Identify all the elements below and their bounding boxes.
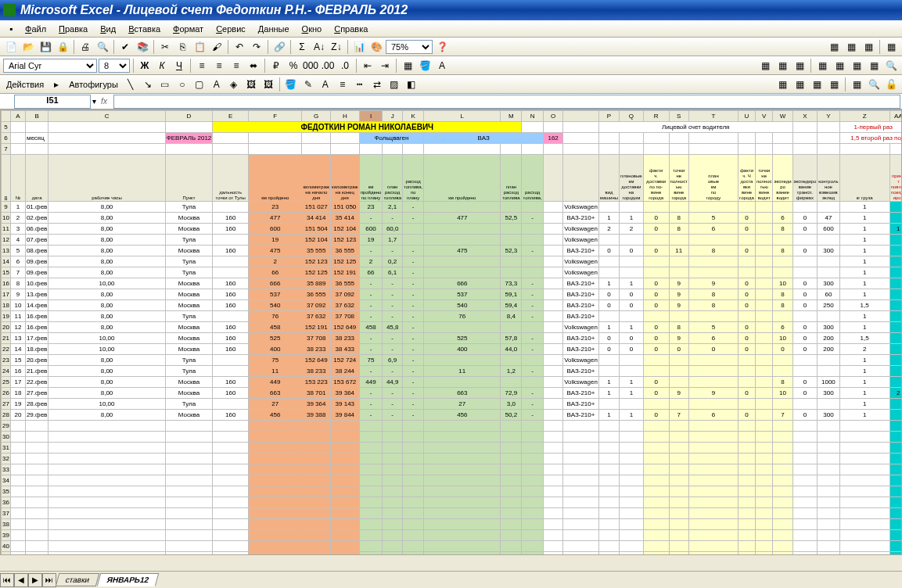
cell[interactable]: 458	[359, 322, 383, 333]
cell[interactable]: 12	[10, 322, 25, 333]
cell[interactable]: 13	[10, 333, 25, 344]
cell[interactable]	[792, 256, 818, 267]
cell[interactable]	[889, 366, 902, 377]
dv-icon-3[interactable]: ▦	[792, 58, 807, 74]
cell[interactable]	[738, 267, 756, 278]
cell[interactable]: 22.фев	[25, 377, 48, 388]
cell[interactable]: 0	[792, 278, 818, 289]
ex-icon-4[interactable]: ▦	[826, 77, 842, 92]
cell[interactable]: 153 223	[302, 377, 331, 388]
cell[interactable]: 160	[213, 344, 249, 355]
cell[interactable]: 1	[839, 410, 889, 421]
cell[interactable]: -	[522, 410, 544, 421]
cell[interactable]	[213, 399, 249, 410]
cell[interactable]	[213, 311, 249, 322]
cell[interactable]	[669, 235, 688, 246]
cell[interactable]: 57,8	[501, 333, 522, 344]
cell[interactable]: 0	[738, 278, 756, 289]
cell[interactable]: 60	[818, 289, 839, 300]
dv-icon-7[interactable]: ▦	[866, 58, 882, 74]
fill-icon[interactable]: 🪣	[283, 77, 299, 92]
cell[interactable]	[424, 235, 501, 246]
cell[interactable]: 1	[889, 224, 902, 235]
cell[interactable]: 0	[738, 322, 756, 333]
cell[interactable]: 1,7	[383, 235, 403, 246]
cell[interactable]: 8,00	[49, 300, 165, 311]
cell[interactable]: 8	[10, 278, 25, 289]
cell[interactable]	[501, 355, 522, 366]
oval-icon[interactable]: ○	[174, 77, 190, 92]
menu-format[interactable]: Формат	[167, 22, 210, 36]
cell[interactable]: 36 555	[331, 246, 360, 256]
cell[interactable]: 66	[359, 267, 383, 278]
cell[interactable]: -	[402, 300, 423, 311]
cell[interactable]: -	[522, 278, 544, 289]
cell[interactable]	[792, 202, 818, 213]
cell[interactable]: -	[522, 213, 544, 224]
cell[interactable]	[755, 202, 773, 213]
cell[interactable]: Москва	[165, 300, 213, 311]
cell[interactable]	[598, 399, 619, 410]
cell[interactable]: 0	[738, 410, 756, 421]
cell[interactable]: -	[359, 333, 383, 344]
cell[interactable]: 59,4	[501, 300, 522, 311]
cell[interactable]: ВАЗ-210+	[563, 410, 599, 421]
cell[interactable]: 8,4	[501, 311, 522, 322]
cell[interactable]: 1	[598, 377, 619, 388]
cell[interactable]: -	[383, 366, 403, 377]
cell[interactable]: 37 632	[302, 311, 331, 322]
cell[interactable]: 6	[10, 256, 25, 267]
cell[interactable]: 0	[792, 333, 818, 344]
cell[interactable]: 0	[598, 246, 619, 256]
cell[interactable]: 1	[598, 410, 619, 421]
cell[interactable]: 10.фев	[25, 278, 48, 289]
cell[interactable]	[544, 344, 563, 355]
cell[interactable]: 37 092	[302, 300, 331, 311]
inc-indent-icon[interactable]: ⇥	[377, 58, 393, 74]
cell[interactable]	[889, 235, 902, 246]
cell[interactable]: -	[402, 322, 423, 333]
cell[interactable]: 16	[10, 366, 25, 377]
cell[interactable]: 1	[620, 322, 644, 333]
cell[interactable]	[773, 366, 792, 377]
cell[interactable]	[889, 355, 902, 366]
cell[interactable]	[669, 399, 688, 410]
cell[interactable]	[773, 235, 792, 246]
cell[interactable]	[544, 311, 563, 322]
cell[interactable]	[773, 256, 792, 267]
cell[interactable]	[620, 267, 644, 278]
cell[interactable]: 1	[839, 388, 889, 399]
cell[interactable]: 0	[643, 333, 669, 344]
cell[interactable]: Москва	[165, 322, 213, 333]
cell[interactable]	[889, 267, 902, 278]
cell[interactable]: 27	[424, 399, 501, 410]
cell[interactable]: 1	[620, 377, 644, 388]
cell[interactable]	[889, 410, 902, 421]
cell[interactable]: 36 555	[331, 278, 360, 289]
ex-icon-2[interactable]: ▦	[792, 77, 807, 92]
cell[interactable]: 1	[620, 410, 644, 421]
cell[interactable]: 20	[10, 410, 25, 421]
cell[interactable]: 2	[249, 256, 302, 267]
font-color-icon[interactable]: A	[434, 58, 450, 74]
cell[interactable]	[424, 202, 501, 213]
autoshapes-dropdown[interactable]: Автофигуры	[66, 80, 121, 89]
cell[interactable]	[522, 377, 544, 388]
cell[interactable]	[424, 267, 501, 278]
cell[interactable]: ВАЗ-210+	[563, 289, 599, 300]
cell[interactable]: 37 708	[302, 333, 331, 344]
cell[interactable]: 160	[213, 300, 249, 311]
menu-help[interactable]: Справка	[328, 22, 374, 36]
cell[interactable]: 5	[688, 213, 738, 224]
cell[interactable]: 0	[643, 224, 669, 235]
cell[interactable]: 14	[10, 344, 25, 355]
select-icon[interactable]: ▸	[49, 77, 64, 92]
cell[interactable]: 160	[213, 246, 249, 256]
cell[interactable]: ВАЗ-210+	[563, 300, 599, 311]
cell[interactable]	[598, 235, 619, 246]
cell[interactable]: 152 123	[302, 256, 331, 267]
cell[interactable]: -	[402, 344, 423, 355]
cell[interactable]: 1	[839, 235, 889, 246]
cell[interactable]	[669, 267, 688, 278]
cell[interactable]	[402, 224, 423, 235]
